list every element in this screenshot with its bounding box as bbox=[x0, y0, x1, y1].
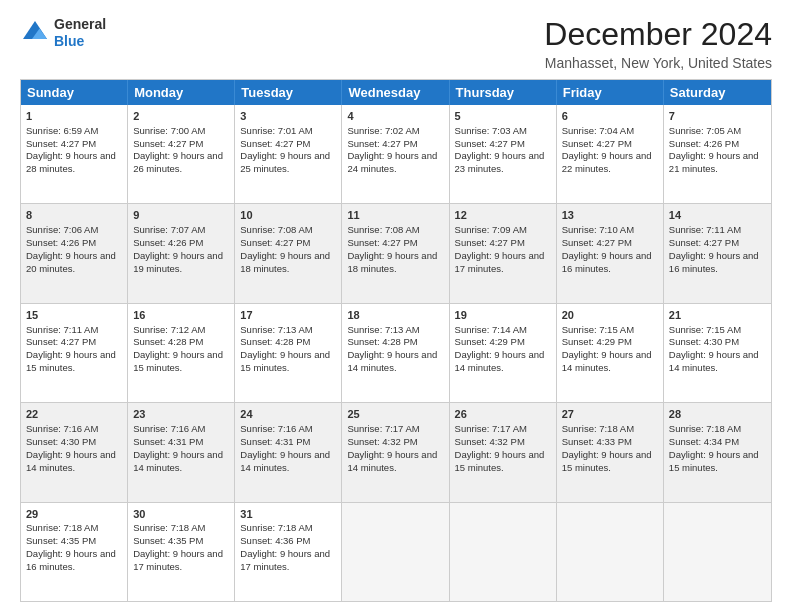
day-info: Sunrise: 7:15 AM Sunset: 4:29 PM Dayligh… bbox=[562, 324, 652, 373]
calendar-cell-3-5: 27Sunrise: 7:18 AM Sunset: 4:33 PM Dayli… bbox=[557, 403, 664, 501]
day-info: Sunrise: 6:59 AM Sunset: 4:27 PM Dayligh… bbox=[26, 125, 116, 174]
day-info: Sunrise: 7:11 AM Sunset: 4:27 PM Dayligh… bbox=[669, 224, 759, 273]
calendar-cell-2-4: 19Sunrise: 7:14 AM Sunset: 4:29 PM Dayli… bbox=[450, 304, 557, 402]
calendar-cell-1-4: 12Sunrise: 7:09 AM Sunset: 4:27 PM Dayli… bbox=[450, 204, 557, 302]
calendar-cell-3-4: 26Sunrise: 7:17 AM Sunset: 4:32 PM Dayli… bbox=[450, 403, 557, 501]
calendar-cell-1-0: 8Sunrise: 7:06 AM Sunset: 4:26 PM Daylig… bbox=[21, 204, 128, 302]
day-info: Sunrise: 7:18 AM Sunset: 4:35 PM Dayligh… bbox=[26, 522, 116, 571]
calendar-cell-1-2: 10Sunrise: 7:08 AM Sunset: 4:27 PM Dayli… bbox=[235, 204, 342, 302]
calendar-cell-0-4: 5Sunrise: 7:03 AM Sunset: 4:27 PM Daylig… bbox=[450, 105, 557, 203]
calendar-cell-3-0: 22Sunrise: 7:16 AM Sunset: 4:30 PM Dayli… bbox=[21, 403, 128, 501]
day-number: 10 bbox=[240, 208, 336, 223]
day-number: 5 bbox=[455, 109, 551, 124]
day-number: 22 bbox=[26, 407, 122, 422]
calendar-cell-4-6 bbox=[664, 503, 771, 601]
day-number: 13 bbox=[562, 208, 658, 223]
day-number: 2 bbox=[133, 109, 229, 124]
day-info: Sunrise: 7:13 AM Sunset: 4:28 PM Dayligh… bbox=[347, 324, 437, 373]
day-info: Sunrise: 7:01 AM Sunset: 4:27 PM Dayligh… bbox=[240, 125, 330, 174]
day-info: Sunrise: 7:05 AM Sunset: 4:26 PM Dayligh… bbox=[669, 125, 759, 174]
calendar-header: SundayMondayTuesdayWednesdayThursdayFrid… bbox=[21, 80, 771, 105]
day-info: Sunrise: 7:17 AM Sunset: 4:32 PM Dayligh… bbox=[455, 423, 545, 472]
logo-blue: Blue bbox=[54, 33, 84, 49]
day-number: 25 bbox=[347, 407, 443, 422]
day-number: 11 bbox=[347, 208, 443, 223]
calendar-cell-2-2: 17Sunrise: 7:13 AM Sunset: 4:28 PM Dayli… bbox=[235, 304, 342, 402]
day-number: 4 bbox=[347, 109, 443, 124]
day-info: Sunrise: 7:10 AM Sunset: 4:27 PM Dayligh… bbox=[562, 224, 652, 273]
day-info: Sunrise: 7:08 AM Sunset: 4:27 PM Dayligh… bbox=[240, 224, 330, 273]
calendar-row-5: 29Sunrise: 7:18 AM Sunset: 4:35 PM Dayli… bbox=[21, 502, 771, 601]
day-info: Sunrise: 7:16 AM Sunset: 4:31 PM Dayligh… bbox=[133, 423, 223, 472]
day-number: 17 bbox=[240, 308, 336, 323]
calendar-cell-4-0: 29Sunrise: 7:18 AM Sunset: 4:35 PM Dayli… bbox=[21, 503, 128, 601]
title-section: December 2024 Manhasset, New York, Unite… bbox=[544, 16, 772, 71]
calendar-cell-0-3: 4Sunrise: 7:02 AM Sunset: 4:27 PM Daylig… bbox=[342, 105, 449, 203]
day-number: 12 bbox=[455, 208, 551, 223]
header-day-monday: Monday bbox=[128, 80, 235, 105]
calendar-cell-1-3: 11Sunrise: 7:08 AM Sunset: 4:27 PM Dayli… bbox=[342, 204, 449, 302]
day-number: 27 bbox=[562, 407, 658, 422]
calendar-cell-0-1: 2Sunrise: 7:00 AM Sunset: 4:27 PM Daylig… bbox=[128, 105, 235, 203]
day-info: Sunrise: 7:17 AM Sunset: 4:32 PM Dayligh… bbox=[347, 423, 437, 472]
day-number: 23 bbox=[133, 407, 229, 422]
day-info: Sunrise: 7:03 AM Sunset: 4:27 PM Dayligh… bbox=[455, 125, 545, 174]
location: Manhasset, New York, United States bbox=[544, 55, 772, 71]
calendar-row-4: 22Sunrise: 7:16 AM Sunset: 4:30 PM Dayli… bbox=[21, 402, 771, 501]
day-number: 6 bbox=[562, 109, 658, 124]
calendar-cell-0-6: 7Sunrise: 7:05 AM Sunset: 4:26 PM Daylig… bbox=[664, 105, 771, 203]
calendar-row-2: 8Sunrise: 7:06 AM Sunset: 4:26 PM Daylig… bbox=[21, 203, 771, 302]
day-info: Sunrise: 7:18 AM Sunset: 4:34 PM Dayligh… bbox=[669, 423, 759, 472]
calendar-cell-0-5: 6Sunrise: 7:04 AM Sunset: 4:27 PM Daylig… bbox=[557, 105, 664, 203]
day-info: Sunrise: 7:16 AM Sunset: 4:30 PM Dayligh… bbox=[26, 423, 116, 472]
day-info: Sunrise: 7:18 AM Sunset: 4:33 PM Dayligh… bbox=[562, 423, 652, 472]
calendar-cell-2-3: 18Sunrise: 7:13 AM Sunset: 4:28 PM Dayli… bbox=[342, 304, 449, 402]
day-info: Sunrise: 7:15 AM Sunset: 4:30 PM Dayligh… bbox=[669, 324, 759, 373]
day-number: 9 bbox=[133, 208, 229, 223]
day-number: 21 bbox=[669, 308, 766, 323]
calendar-body: 1Sunrise: 6:59 AM Sunset: 4:27 PM Daylig… bbox=[21, 105, 771, 601]
header-day-tuesday: Tuesday bbox=[235, 80, 342, 105]
day-info: Sunrise: 7:12 AM Sunset: 4:28 PM Dayligh… bbox=[133, 324, 223, 373]
day-info: Sunrise: 7:13 AM Sunset: 4:28 PM Dayligh… bbox=[240, 324, 330, 373]
calendar-cell-3-3: 25Sunrise: 7:17 AM Sunset: 4:32 PM Dayli… bbox=[342, 403, 449, 501]
day-number: 15 bbox=[26, 308, 122, 323]
calendar-cell-0-0: 1Sunrise: 6:59 AM Sunset: 4:27 PM Daylig… bbox=[21, 105, 128, 203]
calendar-cell-3-2: 24Sunrise: 7:16 AM Sunset: 4:31 PM Dayli… bbox=[235, 403, 342, 501]
calendar-cell-2-6: 21Sunrise: 7:15 AM Sunset: 4:30 PM Dayli… bbox=[664, 304, 771, 402]
calendar-cell-2-0: 15Sunrise: 7:11 AM Sunset: 4:27 PM Dayli… bbox=[21, 304, 128, 402]
calendar: SundayMondayTuesdayWednesdayThursdayFrid… bbox=[20, 79, 772, 602]
logo-general: General bbox=[54, 16, 106, 32]
calendar-cell-1-6: 14Sunrise: 7:11 AM Sunset: 4:27 PM Dayli… bbox=[664, 204, 771, 302]
calendar-cell-4-3 bbox=[342, 503, 449, 601]
calendar-cell-3-1: 23Sunrise: 7:16 AM Sunset: 4:31 PM Dayli… bbox=[128, 403, 235, 501]
calendar-row-1: 1Sunrise: 6:59 AM Sunset: 4:27 PM Daylig… bbox=[21, 105, 771, 203]
day-number: 7 bbox=[669, 109, 766, 124]
day-info: Sunrise: 7:18 AM Sunset: 4:36 PM Dayligh… bbox=[240, 522, 330, 571]
calendar-cell-2-5: 20Sunrise: 7:15 AM Sunset: 4:29 PM Dayli… bbox=[557, 304, 664, 402]
calendar-cell-4-4 bbox=[450, 503, 557, 601]
day-number: 19 bbox=[455, 308, 551, 323]
day-info: Sunrise: 7:07 AM Sunset: 4:26 PM Dayligh… bbox=[133, 224, 223, 273]
header-day-thursday: Thursday bbox=[450, 80, 557, 105]
calendar-cell-3-6: 28Sunrise: 7:18 AM Sunset: 4:34 PM Dayli… bbox=[664, 403, 771, 501]
day-number: 16 bbox=[133, 308, 229, 323]
day-number: 1 bbox=[26, 109, 122, 124]
logo-icon bbox=[20, 18, 50, 48]
header-day-friday: Friday bbox=[557, 80, 664, 105]
header-day-sunday: Sunday bbox=[21, 80, 128, 105]
day-info: Sunrise: 7:11 AM Sunset: 4:27 PM Dayligh… bbox=[26, 324, 116, 373]
day-info: Sunrise: 7:08 AM Sunset: 4:27 PM Dayligh… bbox=[347, 224, 437, 273]
day-info: Sunrise: 7:00 AM Sunset: 4:27 PM Dayligh… bbox=[133, 125, 223, 174]
day-info: Sunrise: 7:09 AM Sunset: 4:27 PM Dayligh… bbox=[455, 224, 545, 273]
calendar-cell-4-5 bbox=[557, 503, 664, 601]
calendar-cell-1-5: 13Sunrise: 7:10 AM Sunset: 4:27 PM Dayli… bbox=[557, 204, 664, 302]
day-number: 14 bbox=[669, 208, 766, 223]
day-info: Sunrise: 7:18 AM Sunset: 4:35 PM Dayligh… bbox=[133, 522, 223, 571]
day-number: 20 bbox=[562, 308, 658, 323]
day-number: 18 bbox=[347, 308, 443, 323]
day-number: 29 bbox=[26, 507, 122, 522]
month-title: December 2024 bbox=[544, 16, 772, 53]
calendar-cell-4-2: 31Sunrise: 7:18 AM Sunset: 4:36 PM Dayli… bbox=[235, 503, 342, 601]
day-number: 30 bbox=[133, 507, 229, 522]
